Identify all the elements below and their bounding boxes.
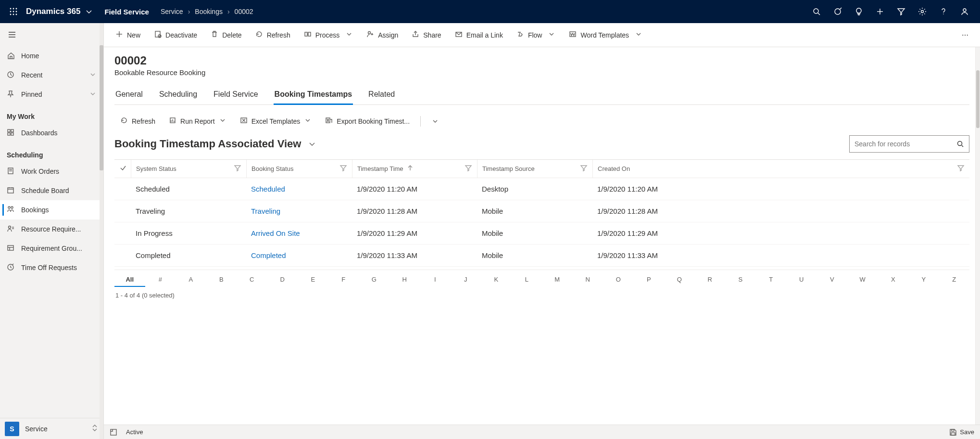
table-row[interactable]: In Progress Arrived On Site 1/9/2020 11:… [114, 222, 969, 245]
email-a-link-button[interactable]: Email a Link [449, 27, 509, 42]
filter-icon[interactable] [339, 164, 347, 173]
alpha-o[interactable]: O [603, 273, 634, 287]
process-button[interactable]: Process [298, 27, 359, 42]
tab-scheduling[interactable]: Scheduling [158, 87, 198, 104]
share-button[interactable]: Share [406, 27, 447, 42]
filter-icon[interactable] [234, 164, 241, 173]
cell-booking-status[interactable]: Traveling [246, 207, 352, 215]
sidebar-collapse-button[interactable] [0, 23, 103, 46]
cell-booking-status[interactable]: Completed [246, 251, 352, 259]
help-button[interactable] [933, 0, 954, 23]
app-name[interactable]: Field Service [104, 8, 149, 16]
tab-booking-timestamps[interactable]: Booking Timestamps [274, 87, 353, 105]
cell-booking-status[interactable]: Arrived On Site [246, 229, 352, 237]
alpha-z[interactable]: Z [939, 273, 970, 287]
alpha-t[interactable]: T [756, 273, 787, 287]
column-header-created-on[interactable]: Created On [592, 160, 969, 178]
alpha-f[interactable]: F [328, 273, 359, 287]
crumb-1[interactable]: Bookings [195, 8, 223, 15]
alpha-n[interactable]: N [573, 273, 603, 287]
alpha-j[interactable]: J [451, 273, 481, 287]
app-switcher[interactable]: S Service [0, 418, 103, 439]
sidebar-item-home[interactable]: Home [0, 46, 103, 65]
new-button[interactable]: New [110, 27, 146, 42]
column-header-timestamp-source[interactable]: Timestamp Source [477, 160, 592, 178]
alpha-s[interactable]: S [725, 273, 756, 287]
alpha-k[interactable]: K [481, 273, 512, 287]
crumb-0[interactable]: Service [161, 8, 183, 15]
sidebar-item-recent[interactable]: Recent [0, 65, 103, 85]
tab-related[interactable]: Related [367, 87, 396, 104]
alpha-#[interactable]: # [145, 273, 176, 287]
export-booking-timest--button[interactable]: Export Booking Timest... [319, 114, 415, 129]
tab-field-service[interactable]: Field Service [213, 87, 259, 104]
sidebar-item-resource-require-[interactable]: Resource Require... [0, 220, 103, 239]
refresh-button[interactable]: Refresh [114, 114, 161, 129]
refresh-button[interactable]: Refresh [250, 27, 296, 42]
alpha-v[interactable]: V [817, 273, 848, 287]
filter-button[interactable] [891, 0, 912, 23]
run-report-button[interactable]: Run Report [163, 114, 232, 129]
more-commands-button[interactable]: ⋯ [957, 28, 974, 42]
grid-search-input[interactable] [854, 140, 956, 148]
alpha-g[interactable]: G [359, 273, 389, 287]
select-all-column[interactable] [114, 160, 131, 178]
alpha-c[interactable]: C [237, 273, 267, 287]
popout-icon[interactable] [110, 428, 117, 436]
assistant-button[interactable] [848, 0, 869, 23]
excel-templates-button[interactable]: Excel Templates [234, 114, 318, 129]
alpha-q[interactable]: Q [664, 273, 695, 287]
word-templates-button[interactable]: Word Templates [563, 27, 648, 42]
product-brand[interactable]: Dynamics 365 [26, 7, 93, 16]
column-header-timestamp-time[interactable]: Timestamp Time [352, 160, 477, 178]
alpha-b[interactable]: B [206, 273, 237, 287]
app-launcher-button[interactable] [5, 7, 22, 16]
account-button[interactable] [954, 0, 975, 23]
sidebar-item-dashboards[interactable]: Dashboards [0, 123, 103, 142]
alpha-r[interactable]: R [695, 273, 726, 287]
alpha-e[interactable]: E [298, 273, 328, 287]
alpha-y[interactable]: Y [908, 273, 939, 287]
sidebar-item-requirement-grou-[interactable]: Requirement Grou... [0, 239, 103, 258]
alpha-u[interactable]: U [786, 273, 817, 287]
cell-booking-status[interactable]: Scheduled [246, 185, 352, 193]
crumb-2[interactable]: 00002 [235, 8, 253, 15]
alpha-d[interactable]: D [267, 273, 298, 287]
table-row[interactable]: Completed Completed 1/9/2020 11:33 AM Mo… [114, 245, 969, 267]
delete-button[interactable]: Delete [205, 27, 247, 42]
column-header-booking-status[interactable]: Booking Status [246, 160, 352, 178]
filter-icon[interactable] [465, 164, 472, 173]
add-button[interactable] [869, 0, 891, 23]
alpha-l[interactable]: L [512, 273, 542, 287]
sidebar-item-pinned[interactable]: Pinned [0, 85, 103, 104]
sidebar-item-work-orders[interactable]: Work Orders [0, 162, 103, 181]
alpha-x[interactable]: X [878, 273, 909, 287]
alpha-a[interactable]: A [176, 273, 206, 287]
table-row[interactable]: Traveling Traveling 1/9/2020 11:28 AM Mo… [114, 200, 969, 222]
assign-button[interactable]: Assign [361, 27, 404, 42]
flow-button[interactable]: Flow [511, 27, 562, 42]
save-button[interactable]: Save [949, 428, 974, 436]
sidebar-item-schedule-board[interactable]: Schedule Board [0, 181, 103, 200]
sidebar-scrollbar[interactable] [100, 23, 103, 439]
task-button[interactable] [827, 0, 848, 23]
filter-icon[interactable] [580, 164, 588, 173]
alpha-w[interactable]: W [847, 273, 878, 287]
alpha-h[interactable]: H [389, 273, 420, 287]
settings-button[interactable] [912, 0, 933, 23]
sidebar-item-time-off-requests[interactable]: Time Off Requests [0, 258, 103, 277]
grid-search[interactable] [849, 135, 969, 153]
sidebar-item-bookings[interactable]: Bookings [0, 200, 103, 220]
search-button[interactable] [806, 0, 827, 23]
alpha-p[interactable]: P [634, 273, 665, 287]
deactivate-button[interactable]: Deactivate [148, 27, 203, 42]
subgrid-more-button[interactable] [426, 115, 445, 128]
tab-general[interactable]: General [114, 87, 144, 104]
table-row[interactable]: Scheduled Scheduled 1/9/2020 11:20 AM De… [114, 178, 969, 200]
column-header-system-status[interactable]: System Status [131, 160, 246, 178]
filter-icon[interactable] [957, 164, 965, 173]
content-scrollbar[interactable] [975, 47, 980, 425]
view-picker-chevron-icon[interactable] [308, 140, 316, 148]
alpha-all[interactable]: All [114, 273, 145, 287]
alpha-i[interactable]: I [420, 273, 451, 287]
